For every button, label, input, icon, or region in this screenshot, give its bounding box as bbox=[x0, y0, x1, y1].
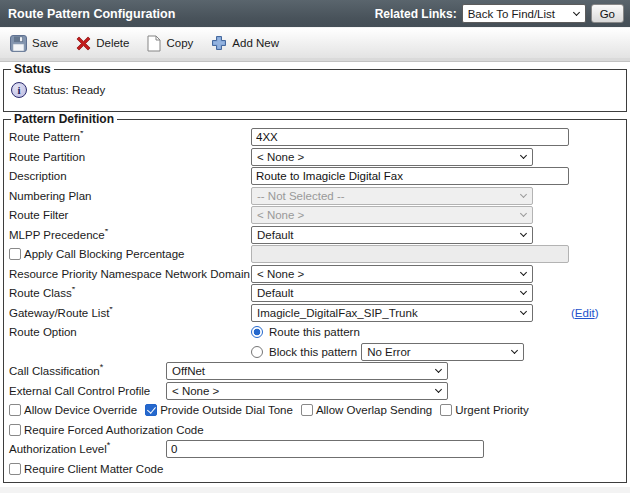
route-class-value: Default bbox=[257, 287, 293, 299]
row-gateway-route-list: Gateway/Route List* Imagicle_DigitalFax_… bbox=[9, 303, 621, 322]
call-classification-label: Call Classification* bbox=[9, 365, 166, 377]
external-call-control-value: < None > bbox=[172, 385, 219, 397]
require-client-matter-code-checkbox[interactable] bbox=[9, 463, 21, 475]
toolbar: Save Delete Copy Add New bbox=[0, 27, 630, 58]
chevron-down-icon bbox=[435, 385, 442, 392]
chevron-down-icon bbox=[520, 288, 527, 295]
external-call-control-select[interactable]: < None > bbox=[166, 382, 448, 400]
row-numbering-plan: Numbering Plan -- Not Selected -- bbox=[9, 186, 621, 205]
chevron-down-icon bbox=[573, 8, 580, 15]
row-flags: Allow Device Override Provide Outside Di… bbox=[9, 401, 621, 420]
row-route-option: Route Option Route this pattern bbox=[9, 323, 621, 342]
apply-call-blocking-label: Apply Call Blocking Percentage bbox=[24, 248, 184, 260]
route-filter-label: Route Filter bbox=[9, 209, 251, 221]
chevron-down-icon bbox=[520, 210, 527, 217]
status-row: Status: Ready bbox=[9, 77, 621, 107]
row-require-cmc: Require Client Matter Code bbox=[9, 459, 621, 478]
mlpp-precedence-value: Default bbox=[257, 229, 293, 241]
apply-call-blocking-group: Apply Call Blocking Percentage bbox=[9, 248, 251, 260]
row-resource-priority-namespace: Resource Priority Namespace Network Doma… bbox=[9, 264, 621, 283]
row-block-option: Block this pattern No Error bbox=[9, 342, 621, 361]
required-asterisk: * bbox=[107, 440, 111, 450]
route-pattern-input[interactable] bbox=[251, 128, 569, 146]
row-external-call-control: External Call Control Profile < None > bbox=[9, 381, 621, 400]
route-class-label: Route Class* bbox=[9, 287, 251, 299]
route-pattern-label: Route Pattern* bbox=[9, 131, 251, 143]
require-forced-authorization-code-label: Require Forced Authorization Code bbox=[24, 424, 204, 436]
page-title: Route Pattern Configuration bbox=[8, 7, 175, 21]
related-links-selected-value: Back To Find/List bbox=[468, 8, 555, 20]
mlpp-precedence-select[interactable]: Default bbox=[251, 226, 533, 244]
chevron-down-icon bbox=[520, 307, 527, 314]
resource-priority-namespace-label: Resource Priority Namespace Network Doma… bbox=[9, 268, 251, 280]
urgent-priority-group: Urgent Priority bbox=[440, 404, 529, 416]
delete-button[interactable]: Delete bbox=[76, 36, 129, 51]
delete-label: Delete bbox=[96, 37, 129, 49]
status-section: Status Status: Ready bbox=[3, 62, 627, 112]
page-footer-strip bbox=[0, 487, 630, 493]
page-header: Route Pattern Configuration Related Link… bbox=[0, 0, 630, 27]
related-links-select[interactable]: Back To Find/List bbox=[462, 4, 586, 23]
numbering-plan-value: -- Not Selected -- bbox=[257, 190, 345, 202]
provide-outside-dial-tone-group: Provide Outside Dial Tone bbox=[145, 404, 293, 416]
call-classification-value: OffNet bbox=[172, 365, 205, 377]
chevron-down-icon bbox=[520, 229, 527, 236]
allow-overlap-sending-group: Allow Overlap Sending bbox=[301, 404, 432, 416]
block-reason-value: No Error bbox=[367, 346, 410, 358]
gateway-route-list-value: Imagicle_DigitalFax_SIP_Trunk bbox=[257, 307, 418, 319]
related-links-label: Related Links: bbox=[375, 7, 457, 21]
required-asterisk: * bbox=[105, 229, 109, 236]
resource-priority-namespace-select[interactable]: < None > bbox=[251, 265, 533, 283]
go-button[interactable]: Go bbox=[591, 4, 624, 23]
provide-outside-dial-tone-checkbox[interactable] bbox=[145, 404, 157, 416]
route-this-pattern-radio[interactable] bbox=[251, 326, 263, 338]
allow-device-override-label: Allow Device Override bbox=[24, 404, 137, 416]
chevron-down-icon bbox=[435, 366, 442, 373]
info-icon bbox=[11, 82, 27, 98]
numbering-plan-select: -- Not Selected -- bbox=[251, 187, 533, 205]
gateway-route-list-select[interactable]: Imagicle_DigitalFax_SIP_Trunk bbox=[251, 304, 533, 322]
require-forced-authorization-code-checkbox[interactable] bbox=[9, 424, 21, 436]
route-partition-label: Route Partition bbox=[9, 151, 251, 163]
row-call-classification: Call Classification* OffNet bbox=[9, 362, 621, 381]
save-button[interactable]: Save bbox=[10, 35, 58, 52]
save-label: Save bbox=[32, 37, 58, 49]
chevron-down-icon bbox=[520, 268, 527, 275]
call-classification-select[interactable]: OffNet bbox=[166, 362, 448, 380]
description-label: Description bbox=[9, 170, 251, 182]
urgent-priority-label: Urgent Priority bbox=[455, 404, 529, 416]
call-blocking-percentage-input bbox=[251, 245, 569, 263]
block-reason-select[interactable]: No Error bbox=[361, 343, 524, 361]
description-input[interactable] bbox=[251, 167, 569, 185]
authorization-level-input[interactable] bbox=[166, 440, 484, 458]
gateway-route-list-label: Gateway/Route List* bbox=[9, 307, 251, 319]
row-apply-call-blocking: Apply Call Blocking Percentage bbox=[9, 245, 621, 264]
delete-icon bbox=[76, 36, 91, 51]
required-asterisk: * bbox=[80, 131, 84, 138]
add-new-button[interactable]: Add New bbox=[211, 35, 279, 51]
urgent-priority-checkbox[interactable] bbox=[440, 404, 452, 416]
add-icon bbox=[211, 35, 227, 51]
row-description: Description bbox=[9, 167, 621, 186]
chevron-down-icon bbox=[520, 151, 527, 158]
row-route-partition: Route Partition < None > bbox=[9, 147, 621, 166]
allow-overlap-sending-checkbox[interactable] bbox=[301, 404, 313, 416]
required-asterisk: * bbox=[72, 287, 76, 294]
external-call-control-label: External Call Control Profile bbox=[9, 385, 166, 397]
row-mlpp-precedence: MLPP Precedence* Default bbox=[9, 225, 621, 244]
route-class-select[interactable]: Default bbox=[251, 284, 533, 302]
route-partition-select[interactable]: < None > bbox=[251, 148, 533, 166]
required-asterisk: * bbox=[100, 362, 104, 372]
pattern-definition-section: Pattern Definition Route Pattern* Route … bbox=[3, 112, 627, 483]
require-client-matter-code-label: Require Client Matter Code bbox=[24, 463, 163, 475]
copy-label: Copy bbox=[166, 37, 193, 49]
status-message: Status: Ready bbox=[33, 84, 105, 96]
copy-button[interactable]: Copy bbox=[147, 35, 193, 52]
route-filter-select: < None > bbox=[251, 206, 533, 224]
block-this-pattern-radio[interactable] bbox=[251, 346, 263, 358]
apply-call-blocking-checkbox[interactable] bbox=[9, 248, 21, 260]
block-this-pattern-label: Block this pattern bbox=[269, 346, 357, 358]
allow-device-override-checkbox[interactable] bbox=[9, 404, 21, 416]
resource-priority-namespace-value: < None > bbox=[257, 268, 304, 280]
edit-link[interactable]: (Edit) bbox=[571, 307, 599, 319]
